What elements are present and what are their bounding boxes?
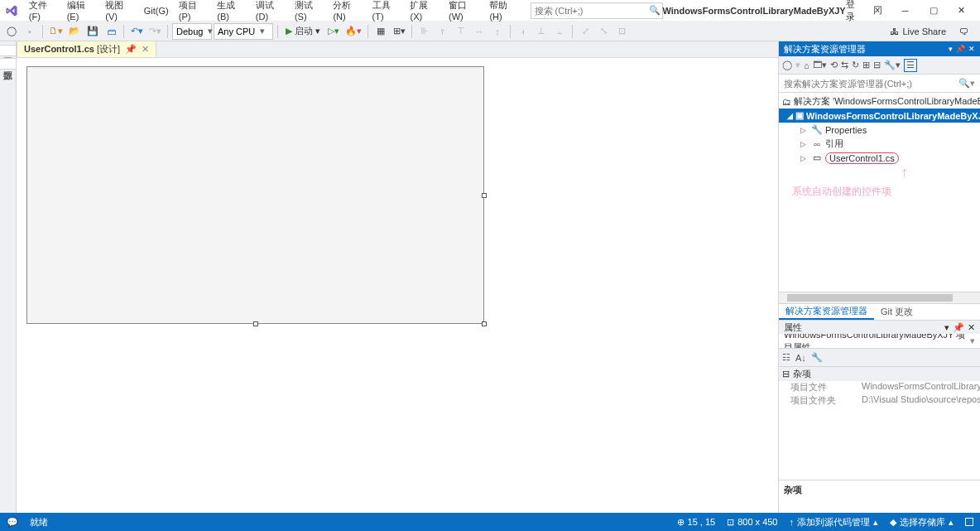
- solution-tree[interactable]: 🗂 解决方案 'WindowsFormsControlLibraryMadeBy…: [779, 93, 980, 292]
- tb-btn-1[interactable]: ▦: [372, 23, 389, 40]
- align-5[interactable]: ↕: [489, 23, 506, 40]
- menu-window[interactable]: 窗口(W): [444, 0, 484, 22]
- config-combo[interactable]: Debug▾: [172, 23, 212, 40]
- panel-menu-icon[interactable]: ▾: [949, 45, 953, 53]
- save-all-button[interactable]: 🗃: [103, 23, 119, 40]
- prop-close-icon[interactable]: ✕: [968, 322, 975, 333]
- document-tabstrip: UserControl1.cs [设计] 📌 ✕: [17, 41, 778, 58]
- title-extra[interactable]: 冈: [873, 4, 882, 17]
- prop-pin-icon[interactable]: 📌: [953, 322, 964, 333]
- se-sync-icon[interactable]: ⟲: [830, 60, 838, 70]
- categorized-icon[interactable]: ☷: [782, 352, 790, 363]
- resize-handle-bottom[interactable]: [253, 321, 258, 326]
- se-home-icon[interactable]: ⌂: [804, 60, 809, 70]
- pin-icon[interactable]: 📌: [125, 44, 137, 55]
- spacing-1[interactable]: ⫞: [515, 23, 531, 40]
- solution-h-scrollbar[interactable]: [779, 292, 980, 303]
- usercontrol-file-node[interactable]: ▷ ▭ UserControl1.cs: [779, 151, 980, 165]
- align-4[interactable]: ↔: [471, 23, 488, 40]
- menu-file[interactable]: 文件(F): [24, 0, 62, 22]
- tab-git-changes[interactable]: Git 更改: [874, 304, 920, 320]
- tab-solution-explorer[interactable]: 解决方案资源管理器: [779, 304, 874, 320]
- liveshare-button[interactable]: 🖧 Live Share 🗨: [890, 27, 977, 36]
- menu-extensions[interactable]: 扩展(X): [405, 0, 444, 22]
- menu-view[interactable]: 视图(V): [100, 0, 139, 22]
- prop-row[interactable]: 项目文件WindowsFormsControlLibraryMa: [779, 381, 980, 394]
- project-node[interactable]: ◢ ▣ WindowsFormsControlLibraryMadeByXJY: [779, 109, 980, 123]
- events-icon[interactable]: 🔧: [811, 352, 823, 363]
- login-link[interactable]: 登录: [846, 0, 863, 23]
- menu-analyze[interactable]: 分析(N): [328, 0, 367, 22]
- panel-close-icon[interactable]: ✕: [968, 45, 975, 53]
- menu-edit[interactable]: 编辑(E): [62, 0, 101, 22]
- spacing-3[interactable]: ⫠: [551, 23, 568, 40]
- menu-tools[interactable]: 工具(T): [368, 0, 406, 22]
- status-output-icon[interactable]: 💬: [7, 517, 18, 528]
- designer-surface[interactable]: [17, 58, 778, 513]
- usercontrol-canvas[interactable]: [26, 66, 484, 324]
- new-dropdown[interactable]: 🗋▾: [47, 23, 65, 40]
- references-node[interactable]: ▷ ▫▫ 引用: [779, 137, 980, 151]
- properties-node[interactable]: ▷ 🔧 Properties: [779, 123, 980, 137]
- document-tab[interactable]: UserControl1.cs [设计] 📌 ✕: [17, 41, 156, 57]
- menu-test[interactable]: 测试(S): [290, 0, 329, 22]
- menu-project[interactable]: 项目(P): [174, 0, 213, 22]
- properties-grid[interactable]: ⊟杂项 项目文件WindowsFormsControlLibraryMa 项目文…: [779, 367, 980, 480]
- menu-help[interactable]: 帮助(H): [484, 0, 523, 22]
- expander-icon[interactable]: ▷: [800, 126, 809, 134]
- align-1[interactable]: ⊪: [416, 23, 433, 40]
- status-notifications-icon[interactable]: [965, 518, 973, 526]
- se-search-dropdown-icon[interactable]: 🔍▾: [954, 78, 980, 89]
- search-input[interactable]: [535, 6, 649, 16]
- resize-handle-corner[interactable]: [482, 321, 487, 326]
- maximize-button[interactable]: ▢: [920, 2, 947, 20]
- open-button[interactable]: 📂: [66, 23, 83, 40]
- start-debug-button[interactable]: ▶启动▾: [282, 25, 324, 37]
- prop-menu-icon[interactable]: ▾: [944, 322, 949, 333]
- status-add-source-control[interactable]: ↑添加到源代码管理▴: [790, 516, 879, 529]
- prop-row[interactable]: 项目文件夹D:\Visual Studio\source\repos\W: [779, 394, 980, 408]
- se-wrench-icon[interactable]: 🔧▾: [884, 60, 901, 70]
- expander-icon[interactable]: ▷: [800, 154, 809, 162]
- se-view-icon[interactable]: 🗔▾: [813, 60, 827, 70]
- panel-pin-icon[interactable]: 📌: [956, 45, 965, 53]
- nav-fwd-button[interactable]: •: [22, 23, 38, 40]
- align-3[interactable]: ⊤: [453, 23, 469, 40]
- close-button[interactable]: ✕: [949, 2, 975, 20]
- se-filter-icon[interactable]: ☰: [904, 59, 917, 72]
- toolbox-tab[interactable]: 工具箱: [0, 45, 17, 56]
- size-1[interactable]: ⤢: [577, 23, 593, 40]
- datasource-tab[interactable]: 数据源: [0, 58, 17, 70]
- feedback-icon[interactable]: 🗨: [959, 27, 968, 36]
- prop-category[interactable]: ⊟杂项: [779, 367, 980, 381]
- hot-reload-button[interactable]: 🔥▾: [343, 23, 363, 40]
- size-2[interactable]: ⤡: [595, 23, 612, 40]
- solution-explorer-search[interactable]: 🔍▾: [779, 75, 980, 93]
- save-button[interactable]: 💾: [84, 23, 101, 40]
- start-nodebug-button[interactable]: ▷▾: [325, 23, 342, 40]
- minimize-button[interactable]: ─: [892, 2, 919, 20]
- redo-button[interactable]: ↷▾: [147, 23, 163, 40]
- expander-icon[interactable]: ◢: [787, 112, 793, 120]
- resize-handle-right[interactable]: [482, 193, 487, 198]
- nav-back-button[interactable]: ◯: [3, 23, 20, 40]
- se-search-input[interactable]: [779, 79, 954, 89]
- global-search[interactable]: 🔍: [531, 2, 663, 19]
- status-select-repo[interactable]: ◆选择存储库▴: [890, 516, 954, 529]
- align-2[interactable]: ⫯: [435, 23, 451, 40]
- alphabetical-icon[interactable]: A↓: [795, 353, 806, 363]
- properties-selected-object[interactable]: WindowsFormsControlLibraryMadeByXJY 项目属性…: [779, 334, 980, 349]
- menu-build[interactable]: 生成(B): [212, 0, 251, 22]
- expander-icon[interactable]: ▷: [800, 140, 809, 148]
- menu-debug[interactable]: 调试(D): [251, 0, 290, 22]
- close-icon[interactable]: ✕: [142, 44, 149, 55]
- platform-combo[interactable]: Any CPU▾: [214, 23, 273, 40]
- se-back-icon[interactable]: ◯: [782, 60, 792, 70]
- spacing-2[interactable]: ⊥: [533, 23, 550, 40]
- se-refresh-icon[interactable]: ↻: [852, 60, 859, 70]
- menu-git[interactable]: Git(G): [139, 6, 174, 16]
- solution-node[interactable]: 🗂 解决方案 'WindowsFormsControlLibraryMadeBy…: [779, 94, 980, 109]
- undo-button[interactable]: ↶▾: [128, 23, 145, 40]
- size-3[interactable]: ⊡: [613, 23, 630, 40]
- tb-btn-2[interactable]: ⊞▾: [391, 23, 407, 40]
